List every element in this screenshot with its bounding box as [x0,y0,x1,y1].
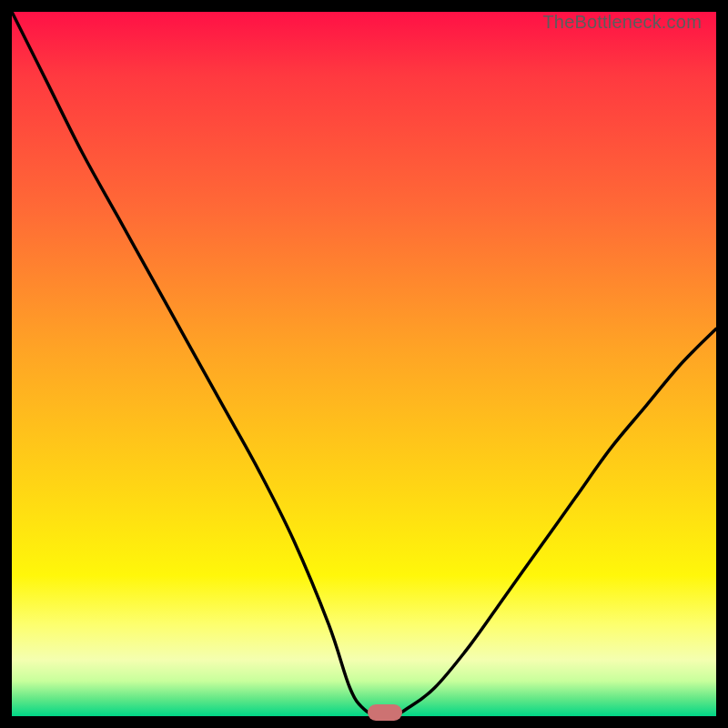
bottleneck-curve [12,12,716,716]
optimal-point-marker [368,704,402,721]
plot-area: TheBottleneck.com [12,12,716,716]
chart-container: TheBottleneck.com [0,0,728,728]
